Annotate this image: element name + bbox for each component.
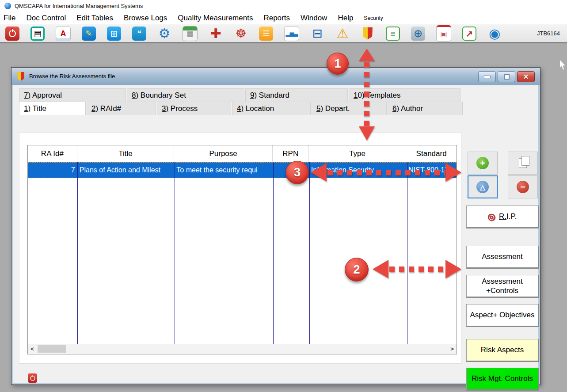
tab-approval[interactable]: 7) Approval	[19, 88, 126, 102]
column-divider	[407, 162, 407, 344]
delete-record-button[interactable]: −	[508, 175, 538, 198]
maximize-button[interactable]	[498, 71, 515, 82]
cell-ra-id: 7	[28, 162, 77, 178]
risk-mgt-controls-button[interactable]: Risk Mgt. Controls	[466, 368, 539, 391]
copy-icon	[519, 158, 527, 168]
power-icon[interactable]	[5, 27, 19, 41]
tab-boundary-set[interactable]: 8) Boundary Set	[127, 88, 244, 102]
calendar-icon[interactable]: ▦	[183, 26, 198, 41]
database-add-icon[interactable]: ⊕	[411, 27, 425, 41]
menu-file[interactable]: File	[4, 14, 15, 23]
aspect-objectives-button[interactable]: Aspect+ Objectives	[466, 304, 539, 327]
menu-browse-logs[interactable]: Browse Logs	[124, 14, 167, 23]
dialog-body: 7) Approval 8) Boundary Set 9) Standard …	[13, 85, 538, 383]
notebook-edit-icon[interactable]: ✎	[82, 27, 96, 41]
risk-aspects-button[interactable]: Risk Aspects	[466, 339, 539, 362]
horizontal-scrollbar[interactable]: < >	[28, 344, 457, 354]
arrow-right-icon	[445, 163, 461, 182]
arrow-left-icon	[373, 260, 388, 278]
clipboard-chart-icon[interactable]: ↗	[462, 27, 476, 41]
menu-security[interactable]: Security	[364, 15, 383, 21]
close-button[interactable]	[517, 71, 535, 82]
power-glyph	[9, 30, 16, 37]
menu-quality-measurements[interactable]: Quality Measurements	[178, 14, 253, 23]
menu-doc-control[interactable]: Doc Control	[26, 14, 66, 23]
minimize-button[interactable]	[478, 71, 496, 82]
tab-raid[interactable]: 2) RAId#	[87, 102, 156, 115]
tab-author[interactable]: 6) Author	[388, 102, 463, 115]
user-id-badge: JTB6164	[537, 30, 560, 37]
tab-title[interactable]: 1) Title	[19, 102, 86, 115]
arrow-up-icon	[359, 49, 375, 61]
app-title: QMSCAPA for International Management Sys…	[15, 3, 143, 9]
risk-assessments-dialog: Browse the Risk Assessments file 7) Appr…	[11, 67, 540, 385]
arrow-left-icon	[311, 163, 327, 182]
cell-purpose: To meet the security requi	[174, 162, 273, 178]
rip-button[interactable]: ◎ R.I.P.	[466, 206, 539, 228]
gear-icon[interactable]: ⚙	[157, 27, 171, 41]
globe-search-icon[interactable]: ◉	[487, 27, 502, 41]
add-record-button[interactable]: +	[468, 152, 498, 175]
exit-button[interactable]	[28, 373, 37, 383]
assessment-controls-button[interactable]: Assessment +Controls	[466, 275, 539, 298]
edit-record-button[interactable]: △	[468, 175, 498, 198]
copy-record-button[interactable]	[508, 152, 538, 175]
tab-depart[interactable]: 5) Depart.	[312, 102, 387, 115]
col-title[interactable]: Title	[77, 145, 175, 162]
doc-list-icon[interactable]: ▤	[30, 27, 45, 41]
tab-location[interactable]: 4) Location	[232, 102, 311, 115]
menu-help[interactable]: Help	[338, 14, 353, 23]
org-chart-icon[interactable]: ⊞	[107, 27, 121, 41]
annotation-badge-3: 3	[285, 161, 309, 184]
table-body: 7 Plans of Action and Milest To meet the…	[28, 162, 457, 344]
col-ra-id[interactable]: RA Id#	[28, 145, 77, 162]
medical-cross-icon[interactable]: ✚	[209, 27, 223, 41]
warning-icon[interactable]: ⚠	[335, 27, 350, 41]
tab-process[interactable]: 3) Process	[157, 102, 231, 115]
dialog-title: Browse the Risk Assessments file	[29, 73, 115, 80]
col-standard[interactable]: Standard	[406, 145, 457, 162]
desktop: QMSCAPA for International Management Sys…	[0, 0, 567, 392]
checklist-icon[interactable]: ≡	[386, 27, 400, 41]
contacts-book-icon[interactable]: ☰	[259, 27, 273, 41]
bar-chart-doc-icon[interactable]: ▂▅▃	[284, 26, 299, 41]
power-glyph	[30, 376, 35, 381]
printer-icon[interactable]: ⊟	[310, 27, 324, 41]
table-header: RA Id# Title Purpose RPN Type Standard	[28, 145, 457, 162]
shield-icon[interactable]	[361, 27, 375, 41]
dialog-titlebar[interactable]: Browse the Risk Assessments file	[11, 68, 540, 85]
tab-row-bottom: 1) Title 2) RAId# 3) Process 4) Location…	[19, 102, 463, 115]
toolbar: ▤ A ✎ ⊞ ❝ ⚙ ▦ ✚ ☸ ☰ ▂▅▃ ⊟ ⚠ ≡ ⊕ ▣ ↗ ◉ JT…	[0, 24, 567, 43]
col-type[interactable]: Type	[309, 145, 407, 162]
scrollbar-thumb[interactable]	[38, 345, 66, 353]
annotation-badge-1: 1	[327, 53, 349, 75]
tab-standard[interactable]: 9) Standard	[245, 88, 348, 102]
col-purpose[interactable]: Purpose	[174, 145, 273, 162]
cell-title: Plans of Action and Milest	[77, 162, 175, 178]
dotted-line-horizontal	[327, 170, 445, 175]
maximize-icon	[504, 74, 510, 80]
column-divider	[309, 162, 310, 344]
assessment-button[interactable]: Assessment	[466, 246, 539, 269]
edit-icon: △	[476, 181, 489, 193]
scroll-right-icon[interactable]: >	[448, 344, 457, 354]
column-divider	[77, 162, 78, 344]
arrow-down-icon	[359, 126, 375, 141]
target-icon: ◎	[488, 211, 495, 222]
chat-bubbles-icon[interactable]: ❝	[132, 27, 146, 41]
lifebuoy-icon[interactable]: ☸	[234, 27, 248, 41]
dialog-shield-icon	[17, 72, 24, 80]
annotation-badge-2: 2	[345, 258, 369, 282]
app-titlebar: QMSCAPA for International Management Sys…	[0, 0, 567, 11]
col-rpn[interactable]: RPN	[273, 145, 309, 162]
id-card-icon[interactable]: ▣	[436, 25, 451, 42]
dotted-line-vertical	[364, 62, 369, 126]
menu-bar: File Doc Control Edit Tables Browse Logs…	[0, 11, 567, 24]
scroll-left-icon[interactable]: <	[28, 344, 37, 354]
menu-edit-tables[interactable]: Edit Tables	[76, 14, 113, 23]
column-divider	[175, 162, 175, 344]
menu-reports[interactable]: Reports	[263, 14, 290, 23]
dotted-line-horizontal	[389, 266, 445, 272]
menu-window[interactable]: Window	[301, 14, 327, 23]
pdf-doc-icon[interactable]: A	[56, 26, 71, 41]
